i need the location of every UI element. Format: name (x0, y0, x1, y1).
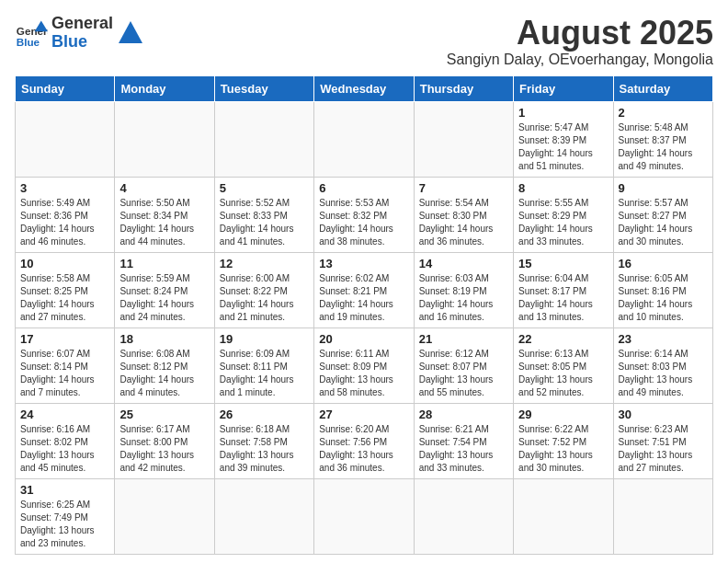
weekday-header-saturday: Saturday (613, 75, 712, 101)
calendar-cell: 23Sunrise: 6:14 AM Sunset: 8:03 PM Dayli… (613, 327, 712, 403)
calendar-cell: 16Sunrise: 6:05 AM Sunset: 8:16 PM Dayli… (613, 252, 712, 327)
calendar-cell: 1Sunrise: 5:47 AM Sunset: 8:39 PM Daylig… (514, 101, 613, 177)
svg-marker-3 (119, 21, 142, 43)
day-info: Sunrise: 6:03 AM Sunset: 8:19 PM Dayligh… (419, 272, 508, 324)
calendar-cell: 6Sunrise: 5:53 AM Sunset: 8:32 PM Daylig… (314, 177, 414, 252)
calendar-cell: 3Sunrise: 5:49 AM Sunset: 8:36 PM Daylig… (16, 177, 115, 252)
day-number: 12 (220, 257, 309, 270)
day-info: Sunrise: 5:52 AM Sunset: 8:33 PM Dayligh… (220, 197, 309, 248)
day-number: 2 (619, 106, 708, 120)
calendar-cell: 9Sunrise: 5:57 AM Sunset: 8:27 PM Daylig… (613, 177, 712, 252)
calendar-cell: 22Sunrise: 6:13 AM Sunset: 8:05 PM Dayli… (514, 327, 613, 403)
day-info: Sunrise: 5:47 AM Sunset: 8:39 PM Dayligh… (518, 121, 608, 173)
day-number: 29 (518, 408, 608, 421)
calendar-cell: 20Sunrise: 6:11 AM Sunset: 8:09 PM Dayli… (314, 327, 414, 403)
day-number: 30 (619, 408, 708, 421)
logo-blue-text: Blue (51, 33, 113, 52)
calendar-subtitle: Sangiyn Dalay, OEvoerhangay, Mongolia (447, 52, 713, 68)
day-info: Sunrise: 5:49 AM Sunset: 8:36 PM Dayligh… (20, 197, 109, 248)
calendar-cell: 13Sunrise: 6:02 AM Sunset: 8:21 PM Dayli… (314, 252, 414, 327)
day-number: 31 (20, 483, 109, 497)
day-info: Sunrise: 6:21 AM Sunset: 7:54 PM Dayligh… (419, 423, 508, 475)
calendar-cell: 7Sunrise: 5:54 AM Sunset: 8:30 PM Daylig… (414, 177, 513, 252)
day-number: 4 (119, 181, 209, 195)
calendar-cell (16, 101, 115, 177)
day-info: Sunrise: 5:53 AM Sunset: 8:32 PM Dayligh… (319, 197, 408, 248)
calendar-cell: 12Sunrise: 6:00 AM Sunset: 8:22 PM Dayli… (214, 252, 313, 327)
calendar-cell (115, 101, 214, 177)
title-area: August 2025 Sangiyn Dalay, OEvoerhangay,… (447, 15, 713, 68)
calendar-cell: 25Sunrise: 6:17 AM Sunset: 8:00 PM Dayli… (115, 403, 214, 478)
calendar-title: August 2025 (447, 15, 713, 52)
day-number: 3 (20, 181, 109, 195)
day-number: 8 (518, 181, 608, 195)
day-number: 25 (119, 408, 209, 421)
calendar-cell: 2Sunrise: 5:48 AM Sunset: 8:37 PM Daylig… (613, 101, 712, 177)
day-number: 10 (20, 257, 109, 270)
week-row-5: 24Sunrise: 6:16 AM Sunset: 8:02 PM Dayli… (16, 403, 713, 478)
calendar-cell: 26Sunrise: 6:18 AM Sunset: 7:58 PM Dayli… (214, 403, 313, 478)
day-number: 20 (319, 332, 408, 346)
day-info: Sunrise: 6:04 AM Sunset: 8:17 PM Dayligh… (518, 272, 608, 324)
day-info: Sunrise: 5:57 AM Sunset: 8:27 PM Dayligh… (619, 197, 708, 248)
day-info: Sunrise: 6:23 AM Sunset: 7:51 PM Dayligh… (619, 423, 708, 475)
generalblue-logo-icon: General Blue (15, 17, 48, 50)
day-info: Sunrise: 6:13 AM Sunset: 8:05 PM Dayligh… (518, 348, 608, 399)
day-number: 18 (119, 332, 209, 346)
day-number: 26 (220, 408, 309, 421)
logo-general-text: General (51, 15, 113, 33)
weekday-header-sunday: Sunday (16, 75, 115, 101)
calendar-cell (314, 478, 414, 554)
day-number: 24 (20, 408, 109, 421)
calendar-cell: 11Sunrise: 5:59 AM Sunset: 8:24 PM Dayli… (115, 252, 214, 327)
svg-text:Blue: Blue (17, 35, 40, 47)
logo-triangle-icon (117, 19, 144, 47)
weekday-header-thursday: Thursday (414, 75, 513, 101)
calendar-cell (115, 478, 214, 554)
calendar-cell: 24Sunrise: 6:16 AM Sunset: 8:02 PM Dayli… (16, 403, 115, 478)
day-info: Sunrise: 5:54 AM Sunset: 8:30 PM Dayligh… (419, 197, 508, 248)
calendar-cell (414, 478, 513, 554)
calendar-cell: 14Sunrise: 6:03 AM Sunset: 8:19 PM Dayli… (414, 252, 513, 327)
day-number: 9 (619, 181, 708, 195)
day-number: 17 (20, 332, 109, 346)
week-row-4: 17Sunrise: 6:07 AM Sunset: 8:14 PM Dayli… (16, 327, 713, 403)
week-row-1: 1Sunrise: 5:47 AM Sunset: 8:39 PM Daylig… (16, 101, 713, 177)
day-info: Sunrise: 6:11 AM Sunset: 8:09 PM Dayligh… (319, 348, 408, 399)
calendar-cell: 28Sunrise: 6:21 AM Sunset: 7:54 PM Dayli… (414, 403, 513, 478)
day-info: Sunrise: 6:14 AM Sunset: 8:03 PM Dayligh… (619, 348, 708, 399)
calendar-cell (214, 478, 313, 554)
week-row-3: 10Sunrise: 5:58 AM Sunset: 8:25 PM Dayli… (16, 252, 713, 327)
day-info: Sunrise: 5:48 AM Sunset: 8:37 PM Dayligh… (619, 121, 708, 173)
day-info: Sunrise: 6:16 AM Sunset: 8:02 PM Dayligh… (20, 423, 109, 475)
calendar-cell (314, 101, 414, 177)
week-row-6: 31Sunrise: 6:25 AM Sunset: 7:49 PM Dayli… (16, 478, 713, 554)
day-info: Sunrise: 6:02 AM Sunset: 8:21 PM Dayligh… (319, 272, 408, 324)
day-number: 1 (518, 106, 608, 120)
day-info: Sunrise: 6:17 AM Sunset: 8:00 PM Dayligh… (119, 423, 209, 475)
day-number: 6 (319, 181, 408, 195)
calendar-cell: 10Sunrise: 5:58 AM Sunset: 8:25 PM Dayli… (16, 252, 115, 327)
calendar-table: SundayMondayTuesdayWednesdayThursdayFrid… (15, 75, 713, 555)
day-number: 7 (419, 181, 508, 195)
day-info: Sunrise: 5:55 AM Sunset: 8:29 PM Dayligh… (518, 197, 608, 248)
day-number: 14 (419, 257, 508, 270)
day-info: Sunrise: 6:20 AM Sunset: 7:56 PM Dayligh… (319, 423, 408, 475)
day-info: Sunrise: 6:22 AM Sunset: 7:52 PM Dayligh… (518, 423, 608, 475)
calendar-cell: 18Sunrise: 6:08 AM Sunset: 8:12 PM Dayli… (115, 327, 214, 403)
day-info: Sunrise: 6:18 AM Sunset: 7:58 PM Dayligh… (220, 423, 309, 475)
day-number: 11 (119, 257, 209, 270)
logo: General Blue General Blue (15, 15, 144, 52)
week-row-2: 3Sunrise: 5:49 AM Sunset: 8:36 PM Daylig… (16, 177, 713, 252)
day-number: 16 (619, 257, 708, 270)
weekday-header-row: SundayMondayTuesdayWednesdayThursdayFrid… (16, 75, 713, 101)
day-info: Sunrise: 6:08 AM Sunset: 8:12 PM Dayligh… (119, 348, 209, 399)
weekday-header-tuesday: Tuesday (214, 75, 313, 101)
day-info: Sunrise: 6:05 AM Sunset: 8:16 PM Dayligh… (619, 272, 708, 324)
calendar-cell: 19Sunrise: 6:09 AM Sunset: 8:11 PM Dayli… (214, 327, 313, 403)
calendar-cell (414, 101, 513, 177)
calendar-cell (514, 478, 613, 554)
day-info: Sunrise: 6:25 AM Sunset: 7:49 PM Dayligh… (20, 499, 109, 550)
calendar-cell: 8Sunrise: 5:55 AM Sunset: 8:29 PM Daylig… (514, 177, 613, 252)
calendar-cell: 30Sunrise: 6:23 AM Sunset: 7:51 PM Dayli… (613, 403, 712, 478)
